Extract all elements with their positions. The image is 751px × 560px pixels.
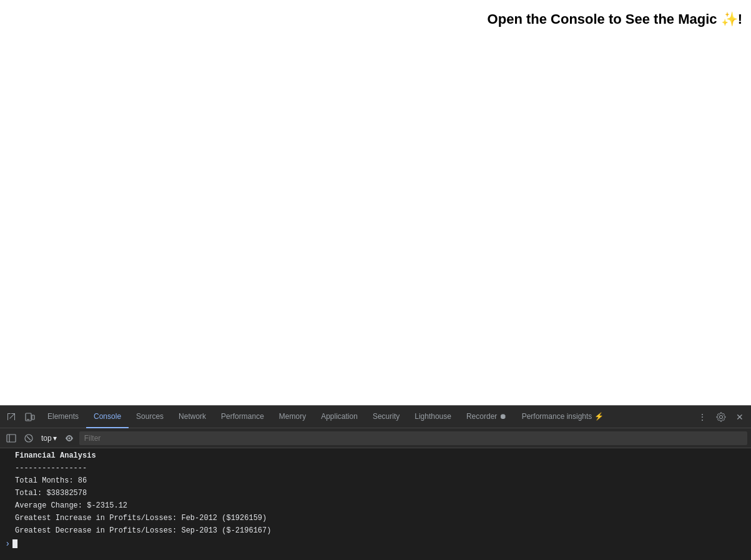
devtools-tabs: Elements Console Sources Network Perform… (40, 406, 692, 428)
tab-sources[interactable]: Sources (129, 406, 171, 428)
device-toolbar-icon[interactable] (21, 408, 39, 426)
dropdown-arrow-icon: ▾ (53, 434, 57, 443)
sidebar-toggle-icon[interactable] (4, 431, 19, 446)
tab-memory[interactable]: Memory (272, 406, 313, 428)
tab-performance[interactable]: Performance (214, 406, 272, 428)
devtools-icons-bar: Elements Console Sources Network Perform… (0, 406, 751, 428)
console-line-total-months: Total Months: 86 (0, 474, 751, 487)
settings-icon[interactable] (712, 408, 730, 426)
tab-application[interactable]: Application (313, 406, 365, 428)
page-title: Open the Console to See the Magic ✨! (488, 11, 742, 27)
console-toolbar: top ▾ (0, 428, 751, 448)
page-content: Open the Console to See the Magic ✨! (0, 0, 751, 405)
tab-network[interactable]: Network (171, 406, 214, 428)
console-line-greatest-increase: Greatest Increase in Profits/Losses: Feb… (0, 512, 751, 524)
more-tabs-icon[interactable]: ⋮ (694, 408, 711, 426)
context-selector[interactable]: top ▾ (39, 433, 59, 444)
console-line-average-change: Average Change: $-2315.12 (0, 499, 751, 512)
svg-rect-1 (32, 415, 34, 420)
svg-line-6 (27, 436, 31, 440)
tab-performance-insights[interactable]: Performance insights ⚡ (514, 406, 611, 428)
close-devtools-icon[interactable]: ✕ (731, 408, 749, 426)
prompt-arrow-icon: › (5, 538, 10, 549)
console-output: Financial Analysis ---------------- Tota… (0, 448, 751, 560)
inspect-element-icon[interactable] (2, 408, 20, 426)
svg-rect-3 (7, 435, 16, 442)
tab-recorder[interactable]: Recorder ⏺ (459, 406, 514, 428)
console-line-greatest-decrease: Greatest Decrease in Profits/Losses: Sep… (0, 524, 751, 537)
eye-icon[interactable] (62, 431, 77, 446)
tab-console[interactable]: Console (86, 406, 129, 428)
console-prompt[interactable]: › (0, 537, 751, 551)
clear-console-icon[interactable] (21, 431, 36, 446)
context-label: top (41, 434, 52, 443)
filter-input[interactable] (79, 431, 747, 445)
tab-elements[interactable]: Elements (40, 406, 86, 428)
console-line-separator: ---------------- (0, 462, 751, 474)
tab-security[interactable]: Security (365, 406, 407, 428)
console-line-financial-title: Financial Analysis (0, 449, 751, 462)
console-line-total: Total: $38382578 (0, 487, 751, 499)
devtools-panel: Elements Console Sources Network Perform… (0, 405, 751, 560)
svg-point-7 (68, 437, 70, 439)
prompt-cursor (12, 539, 17, 548)
tab-lighthouse[interactable]: Lighthouse (407, 406, 459, 428)
